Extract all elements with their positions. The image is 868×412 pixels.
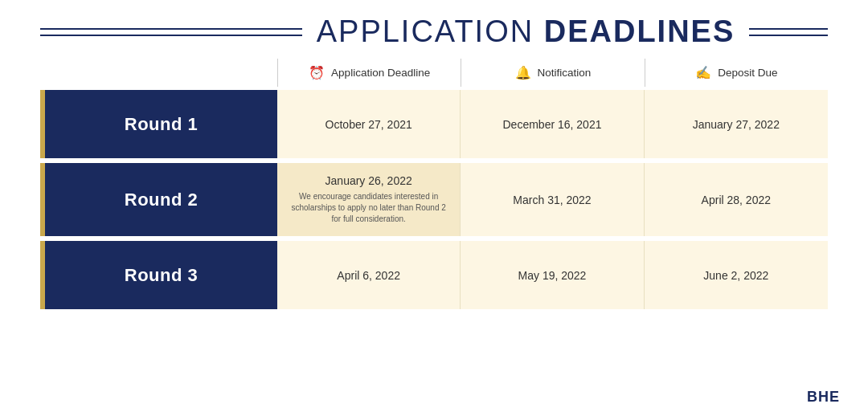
round-1-label-cell: Round 1 (40, 90, 277, 158)
title-lines-left (40, 28, 302, 36)
header-deposit-label: Deposit Due (718, 67, 777, 79)
header-deadline: ⏰ Application Deadline (277, 59, 461, 87)
notification-icon: 🔔 (515, 65, 531, 80)
round-2-notification-date: March 31, 2022 (513, 194, 591, 206)
title-line-top (40, 28, 302, 30)
round-1-notification-date: December 16, 2021 (503, 118, 602, 131)
page-container: APPLICATION DEADLINES ⏰ Application Dead… (0, 0, 868, 412)
table-row-3: Round 3 April 6, 2022 May 19, 2022 June … (40, 241, 828, 309)
header-empty (40, 59, 277, 87)
round-3-label-cell: Round 3 (40, 241, 277, 309)
round-1-deadline-date: October 27, 2021 (326, 118, 412, 131)
table-row-1: Round 1 October 27, 2021 December 16, 20… (40, 90, 828, 158)
round-3-notification-date: May 19, 2022 (518, 269, 587, 282)
round-2-deposit-date: April 28, 2022 (702, 194, 771, 206)
round-1-deadline-cell: October 27, 2021 (277, 90, 461, 158)
round-2-deadline-note: We encourage candidates interested in sc… (290, 191, 447, 225)
title-line-bottom (40, 35, 302, 36)
title-bold: DEADLINES (544, 14, 735, 48)
round-1-deposit-cell: January 27, 2022 (645, 90, 828, 158)
round-3-deadline-date: April 6, 2022 (337, 269, 400, 282)
title-line-right-top (749, 28, 828, 30)
table-header: ⏰ Application Deadline 🔔 Notification ✍️… (40, 59, 828, 87)
round-3-notification-cell: May 19, 2022 (461, 241, 644, 309)
header-notification: 🔔 Notification (461, 59, 644, 87)
title-lines-right (749, 28, 828, 36)
title-line-right-bottom (749, 35, 828, 36)
round-2-deposit-cell: April 28, 2022 (645, 163, 828, 236)
title-normal: APPLICATION (317, 14, 544, 48)
header-notification-label: Notification (538, 67, 592, 79)
table-section: ⏰ Application Deadline 🔔 Notification ✍️… (24, 59, 844, 412)
round-2-notification-cell: March 31, 2022 (461, 163, 644, 236)
header-deadline-label: Application Deadline (331, 67, 430, 79)
round-3-deposit-date: June 2, 2022 (703, 269, 768, 282)
round-2-deadline-cell: January 26, 2022 We encourage candidates… (277, 163, 461, 236)
watermark: BHE (807, 389, 840, 406)
round-3-deadline-cell: April 6, 2022 (277, 241, 461, 309)
deadline-icon: ⏰ (309, 65, 325, 80)
round-2-label-cell: Round 2 (40, 163, 277, 236)
round-3-deposit-cell: June 2, 2022 (645, 241, 828, 309)
table-row-2: Round 2 January 26, 2022 We encourage ca… (40, 163, 828, 236)
title-section: APPLICATION DEADLINES (24, 0, 844, 59)
header-deposit: ✍️ Deposit Due (645, 59, 828, 87)
deposit-icon: ✍️ (695, 65, 711, 80)
round-2-label: Round 2 (125, 190, 199, 210)
round-1-deposit-date: January 27, 2022 (693, 118, 780, 131)
round-1-label: Round 1 (125, 114, 199, 135)
round-1-notification-cell: December 16, 2021 (461, 90, 644, 158)
round-2-deadline-date: January 26, 2022 (326, 174, 412, 187)
page-title: APPLICATION DEADLINES (317, 14, 735, 49)
round-3-label: Round 3 (125, 265, 199, 286)
